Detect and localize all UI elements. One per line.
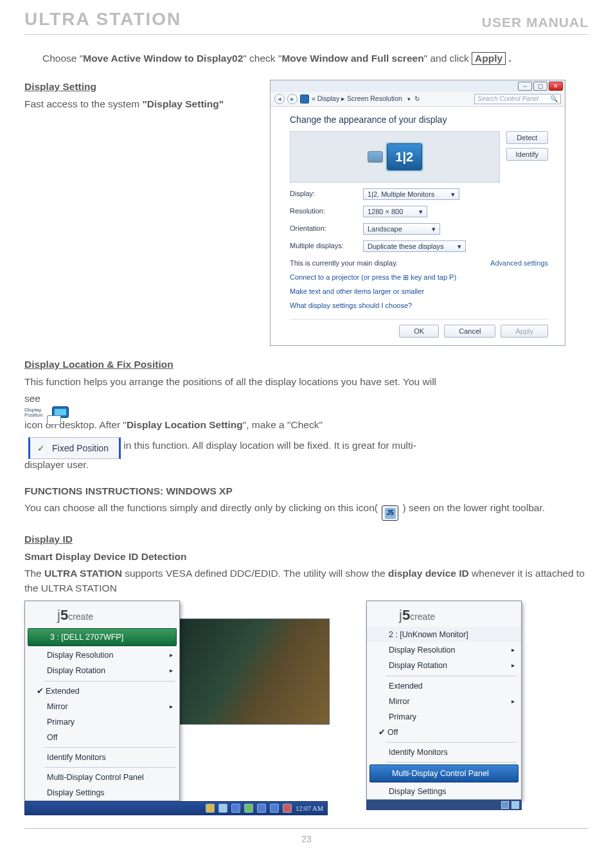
check-icon: ✔ <box>376 727 387 738</box>
main-display-note: This is currently your main display. <box>290 258 398 269</box>
tray-item-icon[interactable] <box>501 801 509 809</box>
tray-icon[interactable]: J5 <box>382 505 398 521</box>
menu-item-mirror[interactable]: Mirror▸ <box>367 694 521 709</box>
menu-separator <box>386 742 517 743</box>
identify-button[interactable]: Identify <box>506 148 548 161</box>
taskbar-clock: 12:07 AM <box>296 804 323 813</box>
tray-item-icon[interactable] <box>283 804 292 813</box>
screen-resolution-dialog: – ▢ ✕ ◄ ► « Display ▸ Screen Resolution … <box>270 80 565 346</box>
fixed-position-menu-item[interactable]: ✓ Fixed Position <box>28 437 121 459</box>
heading-display-id: Display ID <box>24 534 73 545</box>
resolution-select[interactable]: 1280 × 800 ▾ <box>363 206 427 217</box>
nav-forward-button[interactable]: ► <box>287 94 298 104</box>
check-icon: ✓ <box>37 444 46 453</box>
menu-item-off[interactable]: Off <box>25 730 179 745</box>
display-select[interactable]: 1|2. Multiple Monitors ▾ <box>363 188 459 200</box>
heading-display-setting: Display Setting <box>24 81 96 92</box>
resolution-label: Resolution: <box>290 206 354 217</box>
display-label: Display: <box>290 189 354 199</box>
subheading-smart-detection: Smart Display Device ID Detection <box>24 551 186 562</box>
menu-item-extended[interactable]: ✔Extended <box>25 683 179 699</box>
menu-item-identify[interactable]: Identify Monitors <box>25 750 179 765</box>
menu-separator <box>386 676 517 676</box>
search-input[interactable]: Search Control Panel 🔍 <box>474 94 561 104</box>
monitor-thumb-icon <box>368 151 383 163</box>
dialog-heading: Change the appearance of your display <box>290 113 548 126</box>
display-setting-text: Fast access to the system <box>24 98 142 109</box>
menu-item-extended[interactable]: Extended <box>367 678 521 694</box>
nav-back-button[interactable]: ◄ <box>274 94 285 104</box>
brand-logo: j5create <box>25 601 179 627</box>
projector-link[interactable]: Connect to a projector (or press the ⊞ k… <box>290 273 548 283</box>
heading-functions-xp: FUNCTIONS INSTRUCTIONS: WINDOWS XP <box>24 485 233 496</box>
menu-item-primary[interactable]: Primary <box>25 714 179 730</box>
tray-item-icon[interactable] <box>244 804 253 813</box>
context-menu-known: j5create 3 : [DELL 2707WFP] Display Reso… <box>24 601 180 801</box>
menu-header-unknown[interactable]: 2 : [UnKnown Monitor] <box>367 627 521 642</box>
intro-text: Choose " <box>42 53 83 64</box>
menu-item-rotation[interactable]: Display Rotation▸ <box>25 663 179 678</box>
textsize-link[interactable]: Make text and other items larger or smal… <box>290 287 548 297</box>
tray-item-icon[interactable] <box>218 804 227 813</box>
submenu-arrow-icon: ▸ <box>511 661 515 671</box>
window-maximize-button[interactable]: ▢ <box>533 82 547 91</box>
cancel-button[interactable]: Cancel <box>444 325 495 338</box>
tray-item-icon[interactable] <box>270 804 279 813</box>
monitor-arrangement-panel[interactable]: 1|2 <box>290 131 500 183</box>
detect-button[interactable]: Detect <box>506 131 548 144</box>
menu-item-display-settings[interactable]: Display Settings <box>367 784 521 799</box>
taskbar-fragment <box>366 800 522 810</box>
submenu-arrow-icon: ▸ <box>511 646 515 655</box>
menu-item-identify[interactable]: Identify Monitors <box>367 745 521 760</box>
menu-item-off[interactable]: ✔Off <box>367 725 521 740</box>
check-icon: ✔ <box>34 685 46 697</box>
orientation-select[interactable]: Landscape ▾ <box>363 223 440 235</box>
tray-item-icon[interactable] <box>206 804 215 813</box>
apply-button-ref: Apply <box>472 52 506 65</box>
multiple-displays-label: Multiple displays: <box>290 241 354 251</box>
intro-move-active: Move Active Window to Display02 <box>83 53 243 64</box>
tray-item-icon[interactable] <box>231 804 240 813</box>
loc-fix-line1: This function helps you arrange the posi… <box>24 375 589 389</box>
search-icon: 🔍 <box>550 95 558 104</box>
fixed-position-label: Fixed Position <box>52 442 109 455</box>
multiple-displays-select[interactable]: Duplicate these displays ▾ <box>363 240 466 252</box>
menu-separator <box>386 762 517 763</box>
menu-item-rotation[interactable]: Display Rotation▸ <box>367 658 521 673</box>
submenu-arrow-icon: ▸ <box>511 697 515 707</box>
heading-location-fix: Display Location & Fix Position <box>24 359 173 370</box>
page-number: 23 <box>24 828 589 845</box>
which-settings-link[interactable]: What display settings should I choose? <box>290 301 548 311</box>
menu-item-resolution[interactable]: Display Resolution▸ <box>25 647 179 663</box>
display-icon <box>300 95 309 104</box>
menu-item-mdcp-highlight[interactable]: Multi-Display Control Panel <box>369 764 519 782</box>
menu-item-primary[interactable]: Primary <box>367 709 521 725</box>
menu-item-mdcp[interactable]: Multi-Display Control Panel <box>25 770 179 785</box>
ok-button[interactable]: OK <box>399 325 439 338</box>
desktop-wallpaper-bg <box>179 619 330 725</box>
orientation-label: Orientation: <box>290 224 354 234</box>
menu-item-resolution[interactable]: Display Resolution▸ <box>367 642 521 658</box>
menu-item-mirror[interactable]: Mirror▸ <box>25 699 179 714</box>
submenu-arrow-icon: ▸ <box>170 651 173 660</box>
monitor-combined-icon[interactable]: 1|2 <box>387 143 422 170</box>
taskbar: 12:07 AM <box>24 801 328 815</box>
apply-button[interactable]: Apply <box>501 325 548 338</box>
doc-title-right: USER MANUAL <box>482 13 589 32</box>
menu-header-known[interactable]: 3 : [DELL 2707WFP] <box>28 628 177 646</box>
window-close-button[interactable]: ✕ <box>549 82 563 91</box>
submenu-arrow-icon: ▸ <box>170 666 173 676</box>
menu-separator <box>44 681 175 682</box>
window-minimize-button[interactable]: – <box>518 82 532 91</box>
tray-item-icon[interactable] <box>511 801 519 809</box>
menu-separator <box>44 767 175 768</box>
breadcrumb[interactable]: « Display ▸ Screen Resolution <box>312 94 402 104</box>
menu-item-display-settings[interactable]: Display Settings <box>25 785 179 800</box>
context-menu-unknown: j5create 2 : [UnKnown Monitor] Display R… <box>366 601 522 800</box>
advanced-settings-link[interactable]: Advanced settings <box>490 258 548 269</box>
tray-item-icon[interactable] <box>257 804 266 813</box>
menu-separator <box>44 747 175 748</box>
submenu-arrow-icon: ▸ <box>170 702 173 712</box>
brand-logo: j5create <box>367 601 521 627</box>
intro-move-full: Move Window and Full screen <box>281 53 423 64</box>
